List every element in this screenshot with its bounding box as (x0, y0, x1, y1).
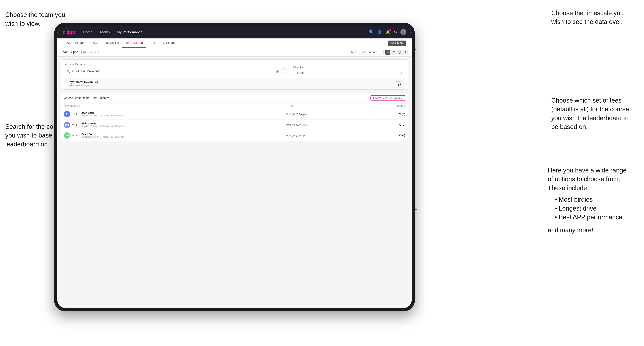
view-icons: ⊞ ☰ 🏆 ⬇ (385, 50, 408, 55)
player-name-3: David Ford (82, 133, 241, 136)
subnav-all-players[interactable]: All Players (158, 38, 180, 48)
player-score-3: 73 (+1) (352, 134, 405, 137)
tablet-device: clippd Home Teams My Performance 🔍 👤 🔔 ⊙ (54, 23, 415, 311)
player-club-3: Royal North Devon Golf Club, United King… (82, 136, 241, 138)
player-name-1: Josh Coles (82, 112, 241, 114)
tee-value: All Tees (294, 71, 401, 74)
tee-select[interactable]: All Tees ▾ (292, 70, 404, 76)
annotation-bullet-3: Best APP performance (555, 213, 635, 222)
subnav-tour[interactable]: Tour (146, 38, 158, 48)
show-chevron: ▾ (380, 51, 382, 54)
annotation-mid-right-line3: you wish the leaderboard to (551, 114, 628, 122)
player-tee-2: White (M) (6,744 yds) (243, 124, 350, 126)
player-club-2: Royal North Devon Golf Club, United King… (82, 125, 241, 128)
annotation-bullet-1: Most birdies (555, 195, 635, 204)
bell-icon[interactable]: 🔔 (386, 30, 390, 34)
annotation-top-left-line2: wish to view. (5, 20, 40, 27)
subnav-team-clippd[interactable]: Team Clippd (122, 38, 146, 48)
player-info-2: Blair McHarg Royal North Devon Golf Club… (82, 122, 241, 128)
add-team-button[interactable]: Add Team (388, 40, 406, 46)
leaderboard-title: Course Leaderboard, Last 3 months (64, 96, 110, 100)
user-avatar[interactable]: 👤 (400, 29, 406, 35)
nav-logo: clippd (63, 29, 76, 35)
table-row: JC ♥ 1 Josh Coles Royal North Devon Golf… (61, 109, 408, 120)
course-info: Royal North Devon GC Westward Ho!, Engla… (68, 81, 98, 87)
annotation-bottom-left-line3: leaderboard on. (5, 141, 49, 148)
course-name: Royal North Devon GC (68, 81, 98, 84)
search-section: Find a Golf Course 🔍 ✕ ☆ Select Tee (61, 60, 408, 90)
search-icon[interactable]: 🔍 (369, 30, 374, 34)
view-trophy-icon[interactable]: 🏆 (397, 50, 402, 55)
player-count: | 14 Players (81, 51, 96, 54)
annotation-top-right-line1: Choose the timescale you (551, 9, 624, 16)
player-name-2: Blair McHarg (82, 122, 241, 125)
subnav-hcaps[interactable]: Hcaps 1-5 (102, 38, 122, 48)
people-icon[interactable]: 👤 (377, 30, 382, 34)
score-type-chevron: ▾ (401, 97, 402, 99)
annotation-bottom-right-intro2: of options to choose from. (548, 175, 620, 183)
holes-number: 18 (396, 83, 402, 87)
annotation-outro: and many more! (548, 226, 635, 234)
nav-icons: 🔍 👤 🔔 ⊙ 👤 (369, 29, 406, 35)
notification-badge (389, 29, 391, 31)
nav-bar: clippd Home Teams My Performance 🔍 👤 🔔 ⊙ (58, 26, 412, 38)
leaderboard-title-text: Course Leaderboard (64, 96, 90, 99)
show-value: Last 3 months (361, 51, 378, 54)
sub-nav-right: Add Team (388, 40, 406, 46)
show-select[interactable]: Last 3 months ▾ (359, 50, 384, 55)
heart-icon-3: ♥ (72, 134, 74, 137)
player-info-1: Josh Coles Royal North Devon Golf Club, … (82, 112, 241, 117)
search-row: Find a Golf Course 🔍 ✕ ☆ Select Tee (64, 63, 404, 76)
search-input[interactable] (72, 70, 274, 73)
course-location: Westward Ho!, England (68, 84, 98, 87)
course-result: Royal North Devon GC Westward Ho!, Engla… (64, 78, 404, 89)
heart-icon-1: ♥ (72, 113, 74, 116)
find-label: Find a Golf Course (64, 63, 289, 66)
sub-nav: PGAT Players PGA Hcaps 1-5 Team Clippd T… (58, 38, 412, 48)
player-rank-1: 1 (76, 113, 79, 116)
leaderboard-subtitle: Last 3 months (92, 96, 110, 99)
col-player-header: PLAYER NAME (64, 105, 234, 107)
show-label: Show: (350, 51, 357, 54)
annotation-bottom-right-intro3: These include: (548, 184, 589, 191)
subnav-pga[interactable]: PGA (88, 38, 102, 48)
view-download-icon[interactable]: ⬇ (403, 50, 408, 55)
annotation-mid-right: Choose which set of tees (default is all… (551, 96, 635, 131)
annotation-top-right: Choose the timescale you wish to see the… (551, 9, 635, 26)
table-row: DF ♥ 3 David Ford Royal North Devon Golf… (61, 130, 408, 141)
view-list-icon[interactable]: ☰ (391, 50, 396, 55)
leaderboard-header: Course Leaderboard, Last 3 months Lowest… (61, 93, 408, 103)
table-row: BM ♥ 1 Blair McHarg Royal North Devon Go… (61, 120, 408, 130)
col-score-header: SCORE (348, 105, 405, 107)
player-score-2: 72 (E) (352, 123, 405, 126)
score-type-label: Lowest Score (18 holes) (373, 97, 400, 99)
score-type-button[interactable]: Lowest Score (18 holes) ▾ (370, 95, 405, 101)
search-col: Find a Golf Course 🔍 ✕ ☆ (64, 63, 289, 76)
player-score-1: 72 (E) (352, 113, 405, 116)
team-header-right: Show: Last 3 months ▾ ⊞ ☰ 🏆 ⬇ (350, 50, 408, 55)
team-header: Team Clippd | 14 Players ✏ Show: Last 3 … (58, 48, 412, 57)
team-title: Team Clippd (61, 50, 78, 54)
holes-box: Holes 18 (396, 80, 402, 87)
search-input-wrap[interactable]: 🔍 ✕ ☆ (64, 67, 289, 76)
player-tee-3: White (M) (6,744 yds) (243, 134, 350, 137)
nav-link-teams[interactable]: Teams (98, 29, 111, 35)
select-col: Select Tee All Tees ▾ (292, 66, 404, 76)
subnav-pgat[interactable]: PGAT Players (63, 38, 88, 48)
col-tee-header: TEE (234, 105, 348, 107)
player-info-3: David Ford Royal North Devon Golf Club, … (82, 133, 241, 138)
player-tee-1: White (M) (6,744 yds) (243, 113, 350, 116)
star-button[interactable]: ☆ (280, 68, 286, 74)
player-club-1: Royal North Devon Golf Club, United King… (82, 114, 241, 117)
settings-icon[interactable]: ⊙ (394, 30, 397, 34)
leaderboard-columns: PLAYER NAME TEE SCORE (61, 103, 408, 109)
annotation-bottom-right-intro1: Here you have a wide range (548, 167, 626, 174)
annotation-mid-right-line2: (default is all) for the course (551, 106, 629, 113)
view-grid-icon[interactable]: ⊞ (385, 50, 390, 55)
nav-link-home[interactable]: Home (82, 29, 94, 35)
team-edit-icon[interactable]: ✏ (98, 50, 100, 54)
tablet-screen: clippd Home Teams My Performance 🔍 👤 🔔 ⊙ (58, 26, 412, 308)
nav-link-performance[interactable]: My Performance (116, 29, 144, 35)
search-clear-button[interactable]: ✕ (276, 70, 279, 73)
annotation-bottom-left-line2: you wish to base the (5, 132, 63, 139)
